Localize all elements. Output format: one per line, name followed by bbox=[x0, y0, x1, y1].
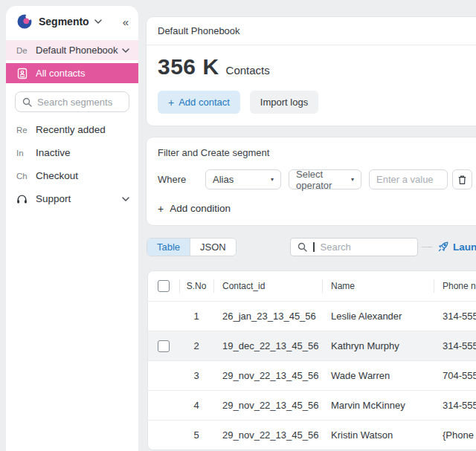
search-icon bbox=[298, 242, 307, 252]
header-sno: S.No bbox=[179, 271, 213, 301]
filter-card: Filter and Create segment Where Alias ▾ … bbox=[146, 137, 476, 226]
row-name: Marvin McKinney bbox=[322, 400, 434, 411]
table-row[interactable]: 4 29_nov_22_13_45_56 Marvin McKinney 314… bbox=[148, 390, 476, 420]
phonebook-label: Default Phonebook bbox=[36, 45, 118, 56]
search-segments-input[interactable] bbox=[37, 97, 122, 108]
filter-title: Filter and Create segment bbox=[158, 147, 476, 158]
row-phone: 314-555-0 bbox=[434, 311, 476, 322]
table-row[interactable]: 5 29_nov_22_13_45_56 Kristin Watson {Pho… bbox=[148, 420, 476, 450]
table-row[interactable]: 2 19_dec_22_13_45_56 Kathryn Murphy 314-… bbox=[148, 331, 476, 360]
row-phone: 704-555-0 bbox=[434, 370, 476, 381]
trash-icon bbox=[457, 175, 467, 185]
chevron-down-icon[interactable] bbox=[122, 197, 129, 201]
add-contact-label: Add contact bbox=[178, 97, 230, 108]
contact-book-icon bbox=[16, 68, 36, 80]
plus-icon: + bbox=[168, 97, 174, 108]
row-sno: 5 bbox=[179, 429, 213, 441]
launch-label: Launch bbox=[453, 241, 476, 253]
row-name: Kristin Watson bbox=[322, 429, 434, 441]
row-contact-id: 29_nov_22_13_45_56 bbox=[213, 370, 322, 381]
field-select-value: Alias bbox=[213, 174, 234, 185]
text-caret bbox=[313, 242, 315, 252]
segment-list: Re Recently added In Inactive Ch Checkou… bbox=[6, 118, 138, 210]
row-sno: 4 bbox=[179, 400, 213, 411]
segment-label: Checkout bbox=[36, 170, 78, 181]
row-name: Wade Warren bbox=[322, 370, 434, 381]
phonebook-prefix: De bbox=[16, 46, 36, 55]
search-icon bbox=[22, 97, 32, 107]
select-all-checkbox[interactable] bbox=[158, 280, 170, 292]
headphones-icon bbox=[16, 194, 36, 204]
delete-condition-button[interactable] bbox=[452, 169, 472, 189]
tab-table[interactable]: Table bbox=[147, 239, 190, 256]
header-name: Name bbox=[322, 271, 434, 301]
row-sno: 1 bbox=[179, 311, 213, 322]
sidebar-item-support[interactable]: Support bbox=[6, 187, 138, 210]
add-condition-button[interactable]: + Add condition bbox=[158, 203, 231, 214]
header-phone: Phone number bbox=[434, 271, 476, 301]
table-toolbar: Table JSON Launch bbox=[146, 238, 476, 257]
segment-label: Recently added bbox=[36, 124, 106, 135]
tab-json[interactable]: JSON bbox=[190, 239, 236, 256]
row-sno: 3 bbox=[179, 370, 213, 381]
main-content: Default Phonebook 356 K Contacts + Add c… bbox=[146, 0, 476, 450]
segment-prefix: In bbox=[16, 149, 36, 158]
operator-select[interactable]: Select operator ▾ bbox=[289, 169, 361, 189]
filter-condition-row: Where Alias ▾ Select operator ▾ bbox=[158, 169, 476, 189]
row-checkbox-cell bbox=[148, 340, 179, 352]
search-segments-box[interactable] bbox=[15, 91, 129, 112]
table-header-row: S.No Contact_id Name Phone number bbox=[148, 271, 476, 301]
row-phone: 314-555-0 bbox=[434, 340, 476, 351]
brand-title: Segmento bbox=[39, 16, 89, 27]
row-name: Leslie Alexander bbox=[322, 311, 434, 322]
import-logs-button[interactable]: Import logs bbox=[250, 91, 318, 114]
table-search-input[interactable] bbox=[321, 241, 411, 253]
view-tabs: Table JSON bbox=[147, 238, 237, 256]
header-checkbox-cell bbox=[148, 271, 179, 301]
segment-prefix: Re bbox=[16, 126, 36, 134]
sidebar-item-all-contacts[interactable]: All contacts bbox=[6, 63, 138, 83]
sidebar: Segmento « De Default Phonebook All cont… bbox=[6, 6, 138, 451]
contacts-count-unit: Contacts bbox=[226, 64, 270, 77]
table-row[interactable]: 3 29_nov_22_13_45_56 Wade Warren 704-555… bbox=[148, 360, 476, 390]
table-search-box[interactable] bbox=[290, 238, 418, 256]
row-contact-id: 29_nov_22_13_45_56 bbox=[213, 429, 322, 441]
row-phone: {Phone number} bbox=[434, 429, 476, 441]
contacts-table: S.No Contact_id Name Phone number 1 26_j… bbox=[147, 270, 476, 450]
row-contact-id: 19_dec_22_13_45_56 bbox=[213, 340, 322, 351]
sidebar-item-recently-added[interactable]: Re Recently added bbox=[6, 118, 138, 141]
row-contact-id: 26_jan_23_13_45_56 bbox=[213, 311, 322, 322]
rocket-icon bbox=[437, 241, 449, 253]
sidebar-item-inactive[interactable]: In Inactive bbox=[6, 141, 138, 164]
row-contact-id: 29_nov_22_13_45_56 bbox=[213, 400, 322, 411]
row-name: Kathryn Murphy bbox=[322, 340, 434, 351]
row-checkbox[interactable] bbox=[158, 340, 170, 352]
divider-line bbox=[422, 247, 432, 247]
row-sno: 2 bbox=[179, 340, 213, 351]
segmento-logo bbox=[16, 13, 33, 30]
page-title: Default Phonebook bbox=[147, 17, 476, 45]
filter-value-input[interactable] bbox=[369, 169, 448, 189]
row-phone: 314-555-0 bbox=[434, 400, 476, 411]
header-contact-id: Contact_id bbox=[213, 271, 322, 301]
segment-label: Inactive bbox=[36, 147, 71, 158]
support-label: Support bbox=[36, 193, 71, 204]
sidebar-item-default-phonebook[interactable]: De Default Phonebook bbox=[6, 40, 138, 60]
add-condition-label: Add condition bbox=[170, 203, 231, 214]
table-row[interactable]: 1 26_jan_23_13_45_56 Leslie Alexander 31… bbox=[148, 301, 476, 331]
chevron-down-icon[interactable] bbox=[94, 19, 102, 24]
launch-button[interactable]: Launch bbox=[422, 241, 476, 253]
sidebar-item-checkout[interactable]: Ch Checkout bbox=[6, 164, 138, 187]
phonebook-summary-card: Default Phonebook 356 K Contacts + Add c… bbox=[146, 16, 476, 126]
operator-select-placeholder: Select operator bbox=[296, 169, 345, 191]
where-label: Where bbox=[158, 174, 205, 185]
all-contacts-label: All contacts bbox=[36, 68, 85, 79]
plus-icon: + bbox=[158, 204, 164, 214]
select-arrow-icon: ▾ bbox=[351, 176, 354, 183]
collapse-sidebar-icon[interactable]: « bbox=[123, 16, 128, 28]
chevron-down-icon[interactable] bbox=[122, 48, 129, 53]
add-contact-button[interactable]: + Add contact bbox=[158, 91, 240, 114]
segment-prefix: Ch bbox=[16, 172, 36, 181]
select-arrow-icon: ▾ bbox=[271, 176, 274, 183]
field-select[interactable]: Alias ▾ bbox=[205, 169, 281, 189]
